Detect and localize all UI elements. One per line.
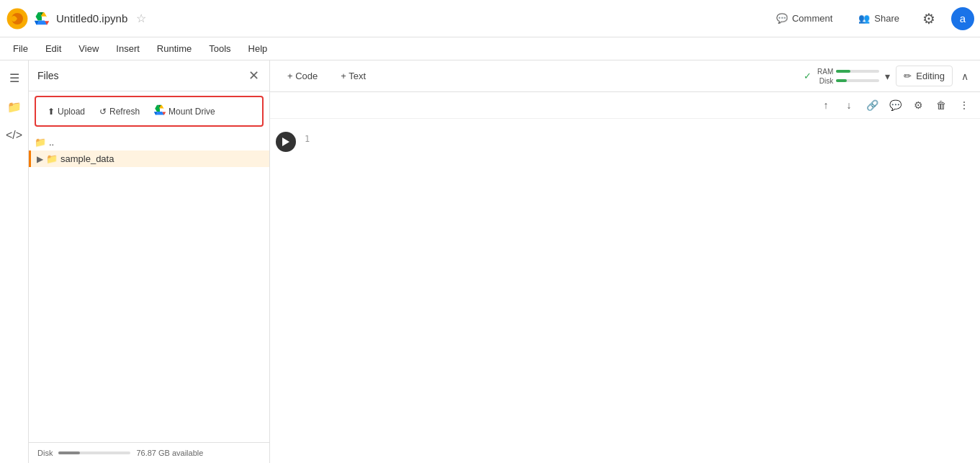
move-up-icon[interactable]: ↑	[816, 95, 836, 115]
topbar: Untitled0.ipynb ☆ 💬 Comment 👥 Share ⚙ a	[0, 0, 980, 37]
star-icon[interactable]: ☆	[136, 12, 146, 25]
icon-rail: ☰ 📁 </>	[0, 60, 29, 463]
folder-icon-parent: 📁	[35, 137, 46, 148]
run-cell-button[interactable]	[276, 132, 296, 152]
sidebar-header: Files ✕	[29, 60, 269, 91]
sidebar-title: Files	[37, 70, 59, 81]
ram-check-icon: ✓	[804, 71, 812, 81]
menubar: File Edit View Insert Runtime Tools Help	[0, 37, 980, 60]
ram-disk-widget: RAM Disk	[817, 68, 879, 85]
notebook-toolbar-right: ✓ RAM Disk ▾	[804, 66, 971, 86]
more-options-icon[interactable]: ⋮	[954, 95, 974, 115]
expand-arrow-sample-data[interactable]: ▶	[37, 154, 43, 164]
move-down-icon[interactable]: ↓	[839, 95, 859, 115]
add-code-button[interactable]: + Code	[279, 66, 326, 86]
mount-drive-button[interactable]: Mount Drive	[148, 102, 221, 121]
disk-row: Disk	[819, 77, 879, 85]
menu-view[interactable]: View	[71, 40, 106, 57]
comment-icon: 💬	[776, 13, 788, 24]
sidebar-content: 📁 .. ▶ 📁 sample_data	[29, 131, 269, 442]
rail-menu-icon[interactable]: ☰	[3, 66, 26, 89]
people-icon: 👥	[858, 13, 870, 24]
notebook-content: 1	[270, 119, 980, 463]
disk-usage-bar	[58, 451, 130, 454]
upload-button[interactable]: ⬆ Upload	[42, 104, 91, 120]
menu-edit[interactable]: Edit	[38, 40, 68, 57]
folder-icon-sample-data: 📁	[46, 153, 58, 164]
rail-code-icon[interactable]: </>	[3, 124, 26, 147]
rail-files-icon[interactable]: 📁	[3, 95, 26, 118]
collapse-button[interactable]: ∧	[958, 68, 971, 85]
disk-bar	[836, 79, 879, 82]
menu-insert[interactable]: Insert	[109, 40, 147, 57]
menu-runtime[interactable]: Runtime	[150, 40, 199, 57]
user-avatar[interactable]: a	[951, 7, 974, 30]
ram-bar	[836, 70, 879, 73]
notebook-area: + Code + Text ✓ RAM Disk	[270, 60, 980, 463]
editing-button[interactable]: ✏ Editing	[896, 66, 953, 86]
code-cell: 1	[270, 125, 980, 162]
notebook-title: Untitled0.ipynb	[56, 12, 127, 24]
resource-dropdown-button[interactable]: ▾	[885, 71, 890, 82]
sidebar-footer: Disk 76.87 GB available	[29, 442, 269, 463]
file-item-parent[interactable]: 📁 ..	[29, 134, 269, 150]
settings-button[interactable]: ⚙	[918, 6, 940, 32]
settings-cell-icon[interactable]: ⚙	[908, 95, 928, 115]
sidebar-toolbar: ⬆ Upload ↺ Refresh Mou	[35, 96, 264, 127]
delete-cell-icon[interactable]: 🗑	[931, 95, 951, 115]
sidebar: Files ✕ ⬆ Upload ↺ Refresh	[29, 60, 270, 463]
comment-button[interactable]: 💬 Comment	[769, 9, 840, 28]
sidebar-close-button[interactable]: ✕	[247, 66, 261, 85]
link-icon[interactable]: 🔗	[862, 95, 882, 115]
drive-small-icon	[154, 104, 166, 118]
refresh-button[interactable]: ↺ Refresh	[94, 104, 145, 120]
file-item-sample-data[interactable]: ▶ 📁 sample_data	[29, 150, 269, 167]
notebook-toolbar: + Code + Text ✓ RAM Disk	[270, 60, 980, 92]
add-text-button[interactable]: + Text	[332, 66, 374, 86]
line-number: 1	[305, 134, 310, 144]
comment-cell-icon[interactable]: 💬	[885, 95, 905, 115]
edit-icon: ✏	[904, 71, 912, 81]
colab-logo	[6, 7, 29, 30]
menu-help[interactable]: Help	[241, 40, 275, 57]
ram-row: RAM	[817, 68, 879, 76]
share-button[interactable]: 👥 Share	[851, 9, 907, 28]
main-layout: ☰ 📁 </> Files ✕ ⬆ Upload ↺ Refresh	[0, 60, 980, 463]
refresh-icon: ↺	[99, 107, 107, 117]
menu-file[interactable]: File	[6, 40, 35, 57]
menu-tools[interactable]: Tools	[202, 40, 238, 57]
upload-icon: ⬆	[48, 107, 55, 117]
cell-action-bar: ↑ ↓ 🔗 💬 ⚙ 🗑 ⋮	[270, 92, 980, 119]
topbar-right: 💬 Comment 👥 Share ⚙ a	[769, 6, 974, 32]
drive-icon	[35, 12, 49, 26]
cell-body[interactable]: 1	[302, 130, 974, 156]
